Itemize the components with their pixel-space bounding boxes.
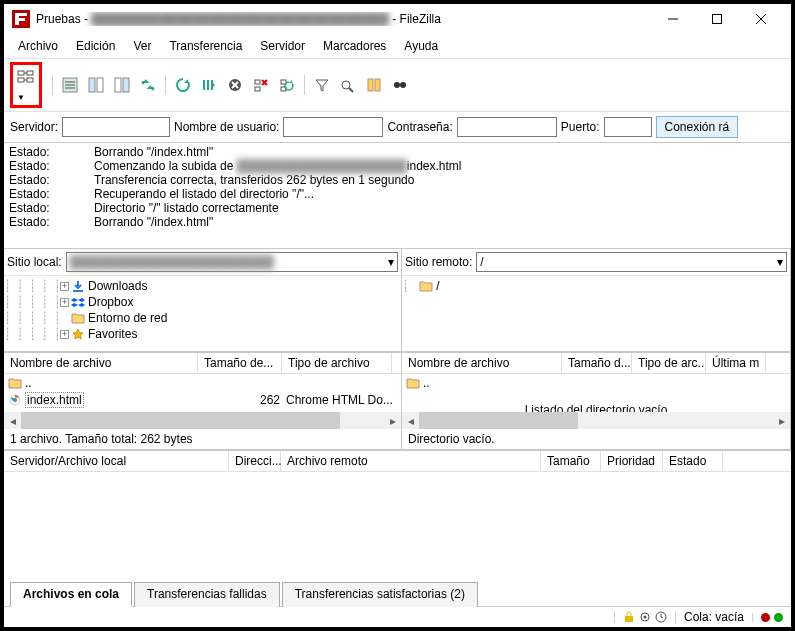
site-manager-button[interactable] [15, 67, 37, 89]
queue-column-header[interactable]: Estado [663, 451, 723, 471]
minimize-button[interactable] [651, 5, 695, 33]
titlebar: Pruebas - ██████████████████████████████… [4, 4, 791, 34]
user-input[interactable] [283, 117, 383, 137]
tree-item[interactable]: ┊ ┊ ┊ ┊ ┊ +Downloads [4, 278, 401, 294]
toggle-queue-button[interactable] [137, 74, 159, 96]
svg-point-28 [342, 81, 350, 89]
sync-browse-button[interactable] [363, 74, 385, 96]
queue-tab[interactable]: Transferencias fallidas [134, 582, 280, 607]
password-input[interactable] [457, 117, 557, 137]
menu-marcadores[interactable]: Marcadores [315, 36, 394, 56]
queue-tab[interactable]: Transferencias satisfactorias (2) [282, 582, 478, 607]
compare-button[interactable] [337, 74, 359, 96]
svg-point-32 [394, 82, 400, 88]
column-header[interactable]: Nombre de archivo [402, 353, 562, 373]
queue-column-header[interactable]: Direcci... [229, 451, 281, 471]
column-header[interactable]: Tipo de arc... [632, 353, 706, 373]
column-header[interactable]: Nombre de archivo [4, 353, 198, 373]
toggle-localtree-button[interactable] [85, 74, 107, 96]
local-path-combo[interactable]: ████████████████████████▾ [66, 252, 398, 272]
remote-pane: Sitio remoto: /▾ ┊ / [402, 249, 791, 352]
local-scrollbar[interactable]: ◂▸ [4, 412, 401, 429]
user-label: Nombre de usuario: [174, 120, 279, 134]
queue-column-header[interactable]: Archivo remoto [281, 451, 541, 471]
menu-ver[interactable]: Ver [125, 36, 159, 56]
lock-icon [623, 611, 635, 623]
dropdown-arrow-icon[interactable]: ▼ [17, 93, 25, 102]
queue-tab[interactable]: Archivos en cola [10, 582, 132, 607]
remote-site-label: Sitio remoto: [405, 255, 472, 269]
column-header[interactable]: Última m [706, 353, 766, 373]
log-label: Estado: [6, 187, 94, 201]
local-pane: Sitio local: ████████████████████████▾ ┊… [4, 249, 402, 352]
queue-column-header[interactable]: Tamaño [541, 451, 601, 471]
reconnect-button[interactable] [276, 74, 298, 96]
log-message: Directorio "/" listado correctamente [94, 201, 279, 215]
toggle-log-button[interactable] [59, 74, 81, 96]
tree-item[interactable]: ┊ ┊ ┊ ┊ ┊ +Dropbox [4, 294, 401, 310]
remote-status: Directorio vacío. [402, 429, 790, 450]
queue-column-header[interactable]: Servidor/Archivo local [4, 451, 229, 471]
cancel-button[interactable] [224, 74, 246, 96]
log-message: Borrando "/index.html" [94, 145, 213, 159]
file-row[interactable]: .. [8, 374, 397, 391]
menu-archivo[interactable]: Archivo [10, 36, 66, 56]
chrome-icon [8, 394, 22, 406]
local-filelist[interactable]: Nombre de archivoTamaño de...Tipo de arc… [4, 353, 401, 429]
server-input[interactable] [62, 117, 170, 137]
port-input[interactable] [604, 117, 652, 137]
toggle-remotetree-button[interactable] [111, 74, 133, 96]
file-row[interactable]: .. [406, 374, 786, 391]
svg-rect-6 [18, 78, 24, 82]
file-row[interactable]: index.html262Chrome HTML Do... [8, 391, 397, 408]
svg-rect-31 [375, 79, 380, 91]
menu-edición[interactable]: Edición [68, 36, 123, 56]
remote-scrollbar[interactable]: ◂▸ [402, 412, 790, 429]
svg-rect-22 [255, 80, 260, 84]
remote-filelist[interactable]: Nombre de archivoTamaño d...Tipo de arc.… [402, 353, 790, 429]
svg-rect-2 [713, 15, 722, 24]
gear-icon[interactable] [639, 611, 651, 623]
quickconnect-button[interactable]: Conexión rá [656, 116, 739, 138]
column-header[interactable]: Tamaño d... [562, 353, 632, 373]
svg-point-33 [400, 82, 406, 88]
password-label: Contraseña: [387, 120, 452, 134]
column-header[interactable]: Tipo de archivo [282, 353, 392, 373]
quickconnect-bar: Servidor: Nombre de usuario: Contraseña:… [4, 112, 791, 143]
svg-rect-30 [368, 79, 373, 91]
column-header[interactable]: Tamaño de... [198, 353, 282, 373]
queue-column-header[interactable]: Prioridad [601, 451, 663, 471]
svg-rect-16 [97, 78, 103, 92]
tree-item[interactable]: ┊ ┊ ┊ ┊ ┊ Entorno de red [4, 310, 401, 326]
queue-tabs: Archivos en colaTransferencias fallidasT… [4, 581, 791, 606]
log-message: Borrando "/index.html" [94, 215, 213, 229]
download-icon [71, 280, 85, 292]
close-button[interactable] [739, 5, 783, 33]
maximize-button[interactable] [695, 5, 739, 33]
remote-path-combo[interactable]: /▾ [476, 252, 787, 272]
filter-button[interactable] [311, 74, 333, 96]
tree-item[interactable]: ┊ ┊ ┊ ┊ ┊ +Favorites [4, 326, 401, 342]
disconnect-button[interactable] [250, 74, 272, 96]
refresh-button[interactable] [172, 74, 194, 96]
svg-rect-15 [89, 78, 95, 92]
queue-body[interactable] [4, 472, 791, 581]
menu-servidor[interactable]: Servidor [252, 36, 313, 56]
queue-headers[interactable]: Servidor/Archivo localDirecci...Archivo … [4, 451, 791, 472]
svg-rect-37 [625, 616, 633, 622]
tree-item[interactable]: ┊ / [402, 278, 790, 294]
local-tree[interactable]: ┊ ┊ ┊ ┊ ┊ +Downloads┊ ┊ ┊ ┊ ┊ +Dropbox┊ … [4, 276, 401, 352]
folder-icon [8, 377, 22, 389]
remote-tree[interactable]: ┊ / [402, 276, 790, 352]
dropbox-icon [71, 296, 85, 308]
svg-rect-5 [18, 71, 24, 75]
svg-line-29 [349, 88, 353, 92]
process-queue-button[interactable] [198, 74, 220, 96]
clock-icon [655, 611, 667, 623]
log-label: Estado: [6, 145, 94, 159]
led-red-icon [761, 613, 770, 622]
search-button[interactable] [389, 74, 411, 96]
menu-ayuda[interactable]: Ayuda [396, 36, 446, 56]
message-log[interactable]: Estado:Borrando "/index.html"Estado:Come… [4, 143, 791, 249]
menu-transferencia[interactable]: Transferencia [161, 36, 250, 56]
